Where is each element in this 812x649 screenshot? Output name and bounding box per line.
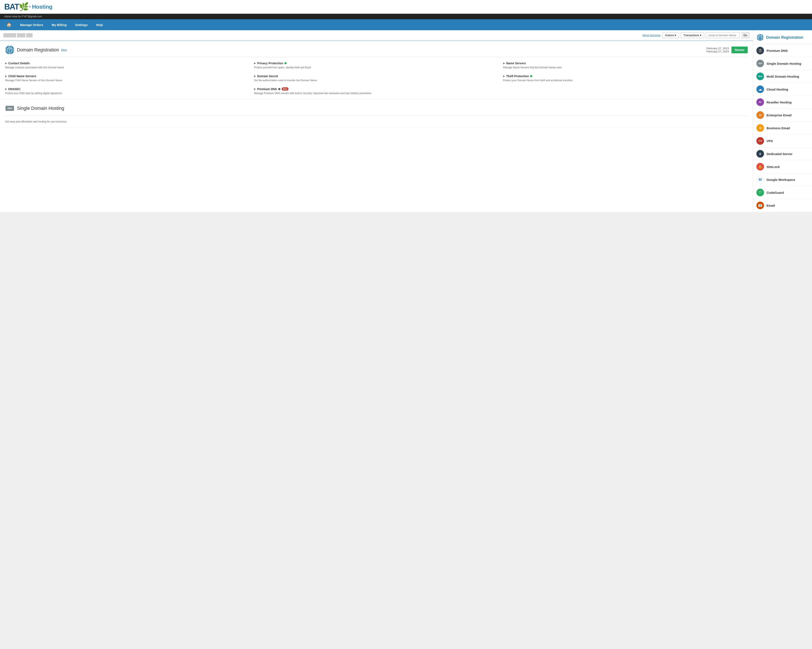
sidebar-label-enterprise-email: Enterprise Email	[766, 113, 792, 117]
svg-text:www: www	[758, 35, 762, 37]
pdns-status-indicator	[278, 88, 280, 90]
nav-home-button[interactable]: 🏠	[2, 19, 16, 30]
sidebar-label-dedicated: Dedicated Server	[766, 152, 792, 156]
privacy-status-indicator	[284, 62, 287, 64]
sidebar-item-codeguard[interactable]: 🛡 CodeGuard	[753, 186, 812, 199]
sitelock-sidebar-icon: 🔒	[756, 163, 764, 171]
sidebar-label-sitelock: SiteLock	[766, 165, 780, 169]
feature-premium-dns[interactable]: ▶ Premium DNS New Manage Premium DNS ser…	[254, 87, 499, 95]
sidebar-label-cloud: Cloud Hosting	[766, 88, 788, 91]
breadcrumb	[3, 33, 32, 37]
sidebar-item-multi-domain-hosting[interactable]: MDH Multi Domain Hosting	[753, 70, 812, 83]
feature-ns-desc: Manage Name Servers that this Domain Nam…	[503, 66, 748, 69]
svg-point-12	[760, 49, 761, 50]
mdh-sidebar-icon: MDH	[756, 73, 764, 80]
feature-ds-desc: Set the authorization code to transfer t…	[254, 79, 499, 82]
sidebar-item-email[interactable]: 📧 Email	[753, 199, 812, 212]
sidebar-item-google-workspace[interactable]: M Google Workspace	[753, 173, 812, 186]
feature-arrow-icon: ▶	[5, 88, 7, 90]
sidebar-item-reseller-hosting[interactable]: RH Reseller Hosting	[753, 96, 812, 109]
logo-hosting-text: Hosting	[32, 4, 52, 10]
premium-dns-icon	[756, 47, 764, 54]
logo-registered: ®	[29, 5, 31, 8]
transactions-dropdown-button[interactable]: Transactions ▾	[681, 32, 704, 38]
sidebar-label-reseller: Reseller Hosting	[766, 101, 792, 104]
feature-pdns-desc: Manage Premium DNS service with built-in…	[254, 92, 499, 95]
feature-domain-secret[interactable]: ▶ Domain Secret Set the authorization co…	[254, 75, 499, 82]
vps-sidebar-icon: VPS	[756, 137, 764, 145]
main-nav: 🏠 Manage Orders My Billing Settings Help	[0, 19, 812, 30]
feature-dnssec-desc: Protect your DNS data by adding digital …	[5, 92, 250, 95]
sidebar-item-premium-dns[interactable]: Premium DNS	[753, 44, 812, 57]
svg-text:www: www	[8, 47, 12, 49]
domain-reg-dates: February 27, 2023 February 27, 2024	[707, 47, 729, 53]
sdh-header: SDH Single Domain Hosting	[5, 104, 748, 113]
reseller-sidebar-icon: RH	[756, 98, 764, 106]
feature-ds-title: ▶ Domain Secret	[254, 75, 499, 78]
toolbar-divider	[0, 40, 753, 41]
sidebar-item-cloud-hosting[interactable]: ☁ Cloud Hosting	[753, 83, 812, 96]
nav-my-billing[interactable]: My Billing	[47, 20, 71, 30]
sidebar-item-sitelock[interactable]: 🔒 SiteLock	[753, 160, 812, 173]
renew-button[interactable]: Renew	[731, 47, 748, 53]
feature-dnssec[interactable]: ▶ DNSSEC Protect your DNS data by adding…	[5, 87, 250, 95]
logo-leaf-icon: 🌿	[19, 2, 29, 11]
breadcrumb-block1	[3, 33, 16, 37]
feature-name-servers[interactable]: ▶ Name Servers Manage Name Servers that …	[503, 61, 748, 69]
nav-manage-orders[interactable]: Manage Orders	[16, 20, 47, 30]
feature-theft-protection[interactable]: ▶ Theft Protection Protect your Domain N…	[503, 75, 748, 82]
feature-tp-title: ▶ Theft Protection	[503, 75, 748, 78]
domain-reg-title: Domain Registration	[17, 47, 59, 53]
feature-arrow-icon: ▶	[5, 75, 7, 78]
go-button[interactable]: Go	[741, 32, 749, 38]
google-workspace-sidebar-icon: M	[756, 176, 764, 183]
sdh-sidebar-icon: SDH	[756, 60, 764, 67]
sidebar-item-dedicated-server[interactable]: 🖥 Dedicated Server	[753, 147, 812, 160]
jump-to-domain-input[interactable]	[706, 32, 740, 38]
business-email-sidebar-icon: ✉	[756, 124, 764, 132]
feature-cns-desc: Manage Child Name Servers of this Domain…	[5, 79, 250, 82]
sidebar-label-premium-dns: Premium DNS	[766, 49, 788, 52]
actions-dropdown-button[interactable]: Actions ▾	[662, 32, 679, 38]
sidebar-label-google-workspace: Google Workspace	[766, 178, 795, 182]
domain-start-date: February 27, 2023	[707, 47, 729, 50]
sidebar-item-single-domain-hosting[interactable]: SDH Single Domain Hosting	[753, 57, 812, 70]
transactions-label: Transactions	[684, 34, 699, 37]
admin-bar-text: Admin Area for t**d**@gmail.com	[4, 15, 42, 18]
domain-features-grid: ▶ Contact Details Manage contacts associ…	[5, 61, 748, 95]
feature-child-name-servers[interactable]: ▶ Child Name Servers Manage Child Name S…	[5, 75, 250, 82]
email-sidebar-icon: 📧	[756, 202, 764, 209]
feature-contact-desc: Manage contacts associated with this Dom…	[5, 66, 250, 69]
nav-help[interactable]: Help	[92, 20, 107, 30]
move-services-button[interactable]: Move Services	[643, 34, 661, 37]
sidebar-item-enterprise-email[interactable]: ✉ Enterprise Email	[753, 109, 812, 122]
sidebar-label-email: Email	[766, 204, 775, 207]
feature-privacy-protection[interactable]: ▶ Privacy Protection Protect yourself fr…	[254, 61, 499, 69]
theft-status-indicator	[530, 75, 532, 77]
domain-end-date: February 27, 2024	[707, 50, 729, 53]
enterprise-email-sidebar-icon: ✉	[756, 111, 764, 119]
domain-reg-more[interactable]: More	[61, 49, 67, 51]
feature-privacy-desc: Protect yourself from spam, identity the…	[254, 66, 499, 69]
feature-arrow-icon: ▶	[254, 75, 256, 78]
sidebar-label-sdh: Single Domain Hosting	[766, 62, 801, 66]
feature-contact-title: ▶ Contact Details	[5, 61, 250, 65]
content-area: Move Services Actions ▾ Transactions ▾ G…	[0, 30, 753, 212]
logo: BAT 🌿 ® Hosting	[4, 2, 52, 11]
feature-contact-details[interactable]: ▶ Contact Details Manage contacts associ…	[5, 61, 250, 69]
feature-arrow-icon: ▶	[503, 75, 505, 78]
feature-dnssec-title: ▶ DNSSEC	[5, 87, 250, 91]
sidebar-item-business-email[interactable]: ✉ Business Email	[753, 122, 812, 134]
nav-settings[interactable]: Settings	[71, 20, 92, 30]
feature-ns-title: ▶ Name Servers	[503, 61, 748, 65]
main-container: Move Services Actions ▾ Transactions ▾ G…	[0, 30, 812, 212]
sidebar-item-vps[interactable]: VPS VPS	[753, 134, 812, 147]
domain-registration-section: www Domain Registration More February 27…	[0, 41, 753, 99]
domain-registration-header: www Domain Registration More February 27…	[5, 45, 748, 55]
sidebar-header-globe-icon: www	[756, 34, 764, 41]
feature-pdns-title: ▶ Premium DNS New	[254, 87, 499, 91]
feature-arrow-icon: ▶	[254, 62, 256, 65]
cloud-sidebar-icon: ☁	[756, 86, 764, 93]
sidebar: www Domain Registration Premium DNS SDH …	[753, 30, 812, 212]
codeguard-sidebar-icon: 🛡	[756, 189, 764, 196]
